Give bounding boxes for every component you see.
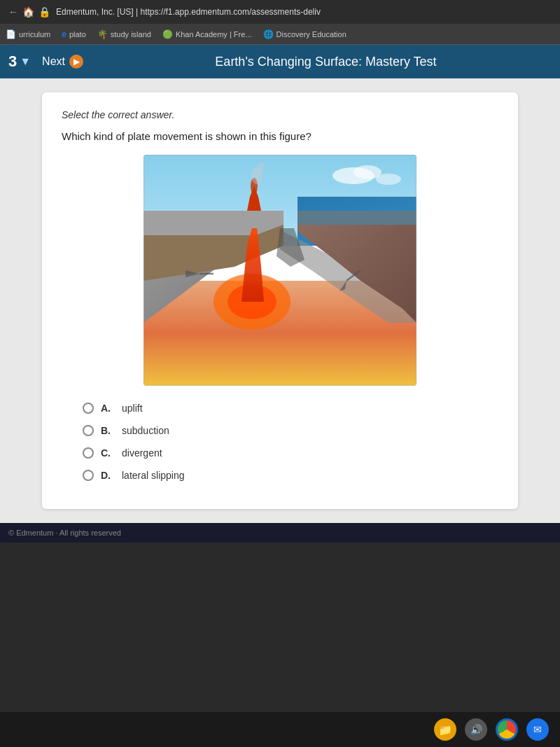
nav-icons: ← 🏠 🔒 [8,6,50,18]
next-label: Next [42,55,65,68]
footer-bar: © Edmentum · All rights reserved [0,523,560,543]
question-card: Select the correct answer. Which kind of… [42,92,518,509]
bookmarks-bar: 📄 urriculum e plato 🌴 study island 🟢 Kha… [0,24,560,45]
bookmark-curriculum[interactable]: 📄 urriculum [6,29,50,39]
question-dropdown-icon[interactable]: ▼ [20,55,31,68]
instruction-text: Select the correct answer. [62,109,498,120]
svg-point-4 [376,174,401,185]
next-button[interactable]: Next ▶ [42,55,83,69]
lock-icon: 🔒 [38,6,50,18]
bookmark-discovery[interactable]: 🌐 Discovery Education [263,29,346,39]
choice-b-text: subduction [122,425,169,436]
radio-d[interactable] [83,470,94,481]
choice-a-text: uplift [122,403,143,414]
discovery-label: Discovery Education [276,30,346,39]
next-arrow-icon: ▶ [69,55,83,69]
radio-c[interactable] [83,447,94,459]
diagram-container [144,155,416,386]
taskbar-volume-icon[interactable]: 🔊 [465,718,487,741]
bookmark-khan[interactable]: 🟢 Khan Academy | Fre... [162,29,252,39]
svg-point-19 [258,162,265,173]
app-nav: 3 ▼ Next ▶ Earth's Changing Surface: Mas… [0,45,560,78]
plato-label: plato [69,30,86,39]
choice-d-text: lateral slipping [122,470,185,481]
radio-b[interactable] [83,425,94,436]
answer-choices: A. uplift B. subduction C. divergent D. … [62,403,498,481]
curriculum-label: urriculum [19,30,50,39]
home-icon[interactable]: 🏠 [22,6,34,18]
choice-c-label: C. [101,447,115,459]
page-title: Earth's Changing Surface: Mastery Test [100,55,552,69]
question-number: 3 ▼ [8,53,31,71]
address-text: Edmentum, Inc. [US] | https://f1.app.edm… [56,7,552,17]
bookmark-study-island[interactable]: 🌴 study island [97,29,151,39]
back-icon[interactable]: ← [8,6,18,18]
choice-c-text: divergent [122,447,162,459]
taskbar-email-icon[interactable]: ✉ [526,718,549,741]
choice-b-label: B. [101,425,115,436]
khan-label: Khan Academy | Fre... [176,30,252,39]
question-number-value: 3 [8,53,17,71]
discovery-icon: 🌐 [263,29,274,39]
taskbar-folder-icon[interactable]: 📁 [434,718,456,741]
svg-marker-10 [298,211,416,225]
taskbar: 📁 🔊 ✉ [0,712,560,747]
copyright-text: © Edmentum · All rights reserved [8,529,121,537]
svg-marker-7 [144,211,284,235]
study-island-label: study island [111,30,151,39]
choice-d[interactable]: D. lateral slipping [83,470,498,481]
plate-tectonics-diagram [144,155,416,386]
radio-a[interactable] [83,403,94,414]
curriculum-icon: 📄 [6,29,16,39]
address-bar: ← 🏠 🔒 Edmentum, Inc. [US] | https://f1.a… [0,0,560,24]
study-island-icon: 🌴 [97,29,108,39]
main-content: Select the correct answer. Which kind of… [0,78,560,523]
khan-icon: 🟢 [162,29,173,39]
plato-icon: e [62,29,66,39]
choice-c[interactable]: C. divergent [83,447,498,459]
choice-a[interactable]: A. uplift [83,403,498,414]
taskbar-chrome-icon[interactable] [496,718,518,741]
bookmark-plato[interactable]: e plato [62,29,86,39]
choice-d-label: D. [101,470,115,481]
choice-a-label: A. [101,403,115,414]
question-text: Which kind of plate movement is shown in… [62,130,498,142]
browser-chrome: ← 🏠 🔒 Edmentum, Inc. [US] | https://f1.a… [0,0,560,45]
choice-b[interactable]: B. subduction [83,425,498,436]
